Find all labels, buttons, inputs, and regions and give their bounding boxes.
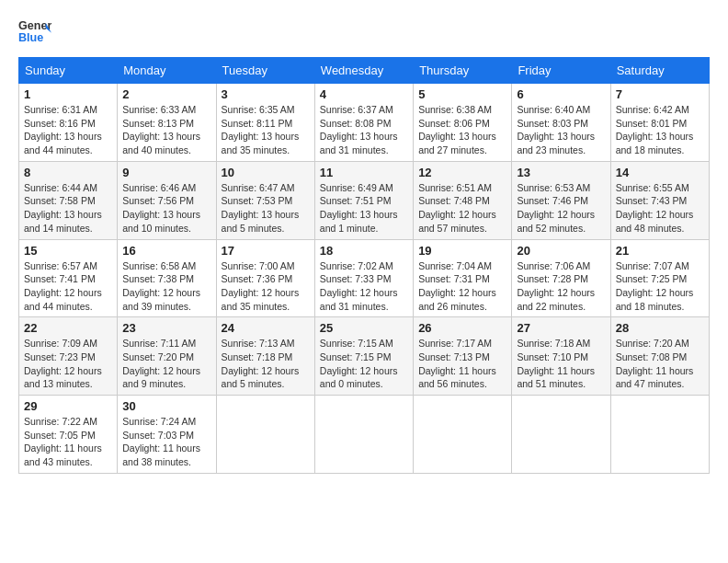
day-number: 2 [122,87,210,101]
day-number: 1 [24,87,112,101]
day-info: Sunrise: 7:07 AM Sunset: 7:25 PM Dayligh… [616,259,704,314]
day-info: Sunrise: 6:31 AM Sunset: 8:16 PM Dayligh… [24,103,112,157]
day-info: Sunrise: 6:58 AM Sunset: 7:38 PM Dayligh… [122,259,210,314]
day-cell: 26Sunrise: 7:17 AM Sunset: 7:13 PM Dayli… [414,317,512,396]
day-number: 18 [320,244,408,258]
day-cell: 3Sunrise: 6:35 AM Sunset: 8:11 PM Daylig… [216,84,314,162]
weekday-friday: Friday [512,58,610,84]
day-info: Sunrise: 6:44 AM Sunset: 7:58 PM Dayligh… [24,181,112,236]
weekday-header-row: SundayMondayTuesdayWednesdayThursdayFrid… [19,58,710,84]
day-cell: 11Sunrise: 6:49 AM Sunset: 7:51 PM Dayli… [314,161,413,239]
day-number: 19 [418,244,506,258]
day-cell: 18Sunrise: 7:02 AM Sunset: 7:33 PM Dayli… [314,239,413,317]
day-info: Sunrise: 7:15 AM Sunset: 7:15 PM Dayligh… [320,337,408,391]
day-number: 8 [24,166,112,179]
day-cell: 30Sunrise: 7:24 AM Sunset: 7:03 PM Dayli… [118,396,216,474]
day-info: Sunrise: 7:04 AM Sunset: 7:31 PM Dayligh… [418,259,506,314]
day-info: Sunrise: 6:37 AM Sunset: 8:08 PM Dayligh… [320,103,408,157]
day-info: Sunrise: 6:57 AM Sunset: 7:41 PM Dayligh… [24,259,112,314]
day-info: Sunrise: 7:24 AM Sunset: 7:03 PM Dayligh… [122,415,210,469]
day-info: Sunrise: 7:20 AM Sunset: 7:08 PM Dayligh… [616,337,704,391]
week-row-3: 15Sunrise: 6:57 AM Sunset: 7:41 PM Dayli… [19,239,710,317]
day-number: 6 [517,87,605,101]
logo: General Blue [18,15,51,48]
day-cell: 13Sunrise: 6:53 AM Sunset: 7:46 PM Dayli… [512,161,610,239]
day-number: 11 [320,166,408,179]
week-row-4: 22Sunrise: 7:09 AM Sunset: 7:23 PM Dayli… [19,317,710,396]
day-info: Sunrise: 7:13 AM Sunset: 7:18 PM Dayligh… [222,337,310,391]
logo-icon: General Blue [18,15,51,48]
day-cell: 9Sunrise: 6:46 AM Sunset: 7:56 PM Daylig… [118,161,216,239]
day-cell: 12Sunrise: 6:51 AM Sunset: 7:48 PM Dayli… [414,161,512,239]
day-info: Sunrise: 6:47 AM Sunset: 7:53 PM Dayligh… [222,181,310,236]
day-info: Sunrise: 7:22 AM Sunset: 7:05 PM Dayligh… [24,415,112,469]
day-number: 13 [517,166,605,179]
svg-text:Blue: Blue [18,31,43,44]
day-number: 15 [24,244,112,258]
day-info: Sunrise: 7:06 AM Sunset: 7:28 PM Dayligh… [517,259,605,314]
day-info: Sunrise: 6:53 AM Sunset: 7:46 PM Dayligh… [517,181,605,236]
day-cell: 25Sunrise: 7:15 AM Sunset: 7:15 PM Dayli… [314,317,413,396]
header: General Blue [18,15,710,48]
day-cell [314,396,413,474]
day-number: 24 [222,321,310,335]
day-cell [512,396,610,474]
day-cell: 14Sunrise: 6:55 AM Sunset: 7:43 PM Dayli… [610,161,709,239]
day-cell: 27Sunrise: 7:18 AM Sunset: 7:10 PM Dayli… [512,317,610,396]
page-container: General Blue SundayMondayTuesdayWednesda… [0,0,728,483]
day-info: Sunrise: 6:51 AM Sunset: 7:48 PM Dayligh… [418,181,506,236]
day-number: 20 [517,244,605,258]
day-cell: 5Sunrise: 6:38 AM Sunset: 8:06 PM Daylig… [414,84,512,162]
day-cell: 23Sunrise: 7:11 AM Sunset: 7:20 PM Dayli… [118,317,216,396]
day-number: 14 [616,166,704,179]
weekday-monday: Monday [118,58,216,84]
day-number: 4 [320,87,408,101]
day-info: Sunrise: 6:46 AM Sunset: 7:56 PM Dayligh… [122,181,210,236]
day-number: 27 [517,321,605,335]
week-row-5: 29Sunrise: 7:22 AM Sunset: 7:05 PM Dayli… [19,396,710,474]
day-info: Sunrise: 7:17 AM Sunset: 7:13 PM Dayligh… [418,337,506,391]
day-cell [610,396,709,474]
day-number: 5 [418,87,506,101]
day-cell: 22Sunrise: 7:09 AM Sunset: 7:23 PM Dayli… [19,317,118,396]
day-info: Sunrise: 6:55 AM Sunset: 7:43 PM Dayligh… [616,181,704,236]
day-info: Sunrise: 7:09 AM Sunset: 7:23 PM Dayligh… [24,337,112,391]
day-number: 29 [24,399,112,413]
day-cell: 21Sunrise: 7:07 AM Sunset: 7:25 PM Dayli… [610,239,709,317]
day-info: Sunrise: 6:38 AM Sunset: 8:06 PM Dayligh… [418,103,506,157]
day-cell: 1Sunrise: 6:31 AM Sunset: 8:16 PM Daylig… [19,84,118,162]
day-cell: 10Sunrise: 6:47 AM Sunset: 7:53 PM Dayli… [216,161,314,239]
day-cell: 15Sunrise: 6:57 AM Sunset: 7:41 PM Dayli… [19,239,118,317]
day-number: 16 [122,244,210,258]
day-cell: 8Sunrise: 6:44 AM Sunset: 7:58 PM Daylig… [19,161,118,239]
day-cell: 6Sunrise: 6:40 AM Sunset: 8:03 PM Daylig… [512,84,610,162]
day-cell [414,396,512,474]
day-number: 10 [222,166,310,179]
day-number: 22 [24,321,112,335]
day-number: 9 [122,166,210,179]
day-cell: 29Sunrise: 7:22 AM Sunset: 7:05 PM Dayli… [19,396,118,474]
calendar-table: SundayMondayTuesdayWednesdayThursdayFrid… [18,57,710,474]
day-info: Sunrise: 7:00 AM Sunset: 7:36 PM Dayligh… [222,259,310,314]
day-info: Sunrise: 7:18 AM Sunset: 7:10 PM Dayligh… [517,337,605,391]
day-cell: 19Sunrise: 7:04 AM Sunset: 7:31 PM Dayli… [414,239,512,317]
day-cell: 2Sunrise: 6:33 AM Sunset: 8:13 PM Daylig… [118,84,216,162]
day-cell: 28Sunrise: 7:20 AM Sunset: 7:08 PM Dayli… [610,317,709,396]
day-info: Sunrise: 6:42 AM Sunset: 8:01 PM Dayligh… [616,103,704,157]
day-info: Sunrise: 6:33 AM Sunset: 8:13 PM Dayligh… [122,103,210,157]
day-cell: 16Sunrise: 6:58 AM Sunset: 7:38 PM Dayli… [118,239,216,317]
day-info: Sunrise: 6:40 AM Sunset: 8:03 PM Dayligh… [517,103,605,157]
day-cell: 24Sunrise: 7:13 AM Sunset: 7:18 PM Dayli… [216,317,314,396]
day-number: 25 [320,321,408,335]
day-info: Sunrise: 7:11 AM Sunset: 7:20 PM Dayligh… [122,337,210,391]
day-number: 26 [418,321,506,335]
day-info: Sunrise: 6:35 AM Sunset: 8:11 PM Dayligh… [222,103,310,157]
weekday-tuesday: Tuesday [216,58,314,84]
weekday-saturday: Saturday [610,58,709,84]
day-info: Sunrise: 6:49 AM Sunset: 7:51 PM Dayligh… [320,181,408,236]
day-info: Sunrise: 7:02 AM Sunset: 7:33 PM Dayligh… [320,259,408,314]
weekday-sunday: Sunday [19,58,118,84]
day-number: 23 [122,321,210,335]
day-number: 28 [616,321,704,335]
day-cell [216,396,314,474]
